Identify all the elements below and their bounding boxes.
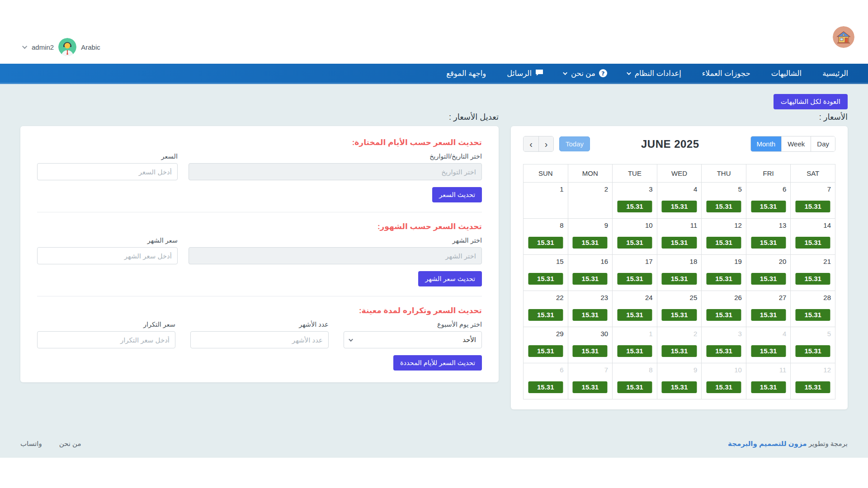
calendar-day-cell[interactable]: 415.31: [657, 183, 702, 219]
calendar-day-cell[interactable]: 2215.31: [524, 291, 568, 327]
username[interactable]: admin2: [32, 43, 54, 51]
calendar-day-cell[interactable]: 915.31: [657, 363, 702, 399]
calendar-day-cell[interactable]: 615.31: [524, 363, 568, 399]
price-event-badge[interactable]: 15.31: [707, 201, 741, 212]
credit-link[interactable]: مزون للتصميم والبرمجة: [728, 440, 807, 447]
calendar-day-cell[interactable]: 215.31: [657, 327, 702, 363]
user-menu[interactable]: admin2 Arabic: [24, 38, 100, 56]
calendar-day-cell[interactable]: 2115.31: [791, 255, 835, 291]
nav-item-about[interactable]: ?من نحن: [564, 69, 607, 78]
price-event-badge[interactable]: 15.31: [573, 237, 608, 249]
calendar-day-cell[interactable]: 1915.31: [702, 255, 746, 291]
calendar-day-cell[interactable]: 1315.31: [746, 219, 791, 255]
calendar-day-cell[interactable]: 1: [524, 183, 568, 219]
price-event-badge[interactable]: 15.31: [617, 309, 652, 321]
price-event-badge[interactable]: 15.31: [796, 345, 830, 357]
price-event-badge[interactable]: 15.31: [707, 309, 741, 321]
nav-item-messages[interactable]: الرسائل: [507, 69, 543, 78]
calendar-day-cell[interactable]: 315.31: [702, 327, 746, 363]
calendar-day-cell[interactable]: 415.31: [746, 327, 791, 363]
price-event-badge[interactable]: 15.31: [751, 345, 786, 357]
view-button-day[interactable]: Day: [811, 136, 835, 151]
price-event-badge[interactable]: 15.31: [796, 237, 830, 249]
calendar-day-cell[interactable]: 3015.31: [568, 327, 613, 363]
price-event-badge[interactable]: 15.31: [796, 201, 830, 212]
repeat-price-input[interactable]: [37, 331, 175, 348]
calendar-day-cell[interactable]: 1215.31: [791, 363, 835, 399]
calendar-day-cell[interactable]: 1715.31: [613, 255, 657, 291]
calendar-day-cell[interactable]: 2615.31: [702, 291, 746, 327]
price-event-badge[interactable]: 15.31: [707, 273, 741, 285]
calendar-day-cell[interactable]: 1815.31: [657, 255, 702, 291]
calendar-day-cell[interactable]: 1415.31: [791, 219, 835, 255]
calendar-day-cell[interactable]: 715.31: [568, 363, 613, 399]
view-button-month[interactable]: Month: [751, 136, 782, 151]
price-input[interactable]: [37, 163, 178, 180]
calendar-day-cell[interactable]: 1215.31: [702, 219, 746, 255]
price-event-badge[interactable]: 15.31: [751, 309, 786, 321]
calendar-day-cell[interactable]: 1015.31: [613, 219, 657, 255]
calendar-day-cell[interactable]: 2815.31: [791, 291, 835, 327]
price-event-badge[interactable]: 15.31: [617, 237, 652, 249]
update-price-button[interactable]: تحديث السعر: [432, 187, 482, 202]
price-event-badge[interactable]: 15.31: [796, 273, 830, 285]
price-event-badge[interactable]: 15.31: [707, 237, 741, 249]
price-event-badge[interactable]: 15.31: [751, 237, 786, 249]
price-event-badge[interactable]: 15.31: [662, 345, 697, 357]
price-event-badge[interactable]: 15.31: [662, 273, 697, 285]
price-event-badge[interactable]: 15.31: [573, 273, 608, 285]
price-event-badge[interactable]: 15.31: [528, 345, 563, 357]
calendar-prev-button[interactable]: ‹: [524, 136, 538, 151]
calendar-day-cell[interactable]: 615.31: [746, 183, 791, 219]
back-to-chalets-button[interactable]: العودة لكل الشاليهات: [774, 94, 848, 109]
dates-input[interactable]: [189, 163, 482, 180]
calendar-next-button[interactable]: ›: [538, 136, 553, 151]
nav-item-system-settings[interactable]: إعدادات النظام: [628, 69, 681, 78]
price-event-badge[interactable]: 15.31: [528, 237, 563, 249]
price-event-badge[interactable]: 15.31: [573, 309, 608, 321]
price-event-badge[interactable]: 15.31: [751, 201, 786, 212]
calendar-day-cell[interactable]: 715.31: [791, 183, 835, 219]
calendar-day-cell[interactable]: 815.31: [613, 363, 657, 399]
price-event-badge[interactable]: 15.31: [662, 201, 697, 212]
calendar-day-cell[interactable]: 2315.31: [568, 291, 613, 327]
nav-item-customer-bookings[interactable]: حجوزات العملاء: [702, 69, 750, 78]
price-event-badge[interactable]: 15.31: [751, 273, 786, 285]
price-event-badge[interactable]: 15.31: [617, 273, 652, 285]
update-selected-days-button[interactable]: تحديث السعر للأيام المحددة: [393, 355, 482, 371]
site-logo[interactable]: [833, 26, 854, 48]
calendar-day-cell[interactable]: 515.31: [702, 183, 746, 219]
price-event-badge[interactable]: 15.31: [707, 381, 741, 393]
price-event-badge[interactable]: 15.31: [751, 381, 786, 393]
price-event-badge[interactable]: 15.31: [796, 381, 830, 393]
price-event-badge[interactable]: 15.31: [528, 309, 563, 321]
months-count-input[interactable]: [190, 331, 329, 348]
avatar[interactable]: [58, 38, 76, 56]
calendar-day-cell[interactable]: 2715.31: [746, 291, 791, 327]
update-month-price-button[interactable]: تحديث سعر الشهر: [418, 271, 482, 286]
footer-link-whatsapp[interactable]: واتساب: [20, 440, 42, 448]
footer-link-about[interactable]: من نحن: [59, 440, 81, 448]
calendar-day-cell[interactable]: 2915.31: [524, 327, 568, 363]
calendar-day-cell[interactable]: 1115.31: [746, 363, 791, 399]
price-event-badge[interactable]: 15.31: [617, 381, 652, 393]
price-event-badge[interactable]: 15.31: [662, 309, 697, 321]
price-event-badge[interactable]: 15.31: [662, 237, 697, 249]
calendar-day-cell[interactable]: 915.31: [568, 219, 613, 255]
nav-item-home[interactable]: الرئيسية: [822, 69, 848, 78]
calendar-day-cell[interactable]: 2: [568, 183, 613, 219]
calendar-today-button[interactable]: Today: [559, 136, 590, 151]
calendar-day-cell[interactable]: 1115.31: [657, 219, 702, 255]
calendar-day-cell[interactable]: 2515.31: [657, 291, 702, 327]
weekday-select[interactable]: الأحد: [344, 331, 482, 348]
language-selector[interactable]: Arabic: [81, 43, 100, 51]
price-event-badge[interactable]: 15.31: [707, 345, 741, 357]
price-event-badge[interactable]: 15.31: [617, 345, 652, 357]
price-event-badge[interactable]: 15.31: [662, 381, 697, 393]
calendar-day-cell[interactable]: 2415.31: [613, 291, 657, 327]
nav-item-chalets[interactable]: الشاليهات: [771, 69, 802, 78]
nav-item-site-frontend[interactable]: واجهة الموقع: [446, 69, 486, 78]
price-event-badge[interactable]: 15.31: [617, 201, 652, 212]
calendar-day-cell[interactable]: 1015.31: [702, 363, 746, 399]
calendar-day-cell[interactable]: 115.31: [613, 327, 657, 363]
